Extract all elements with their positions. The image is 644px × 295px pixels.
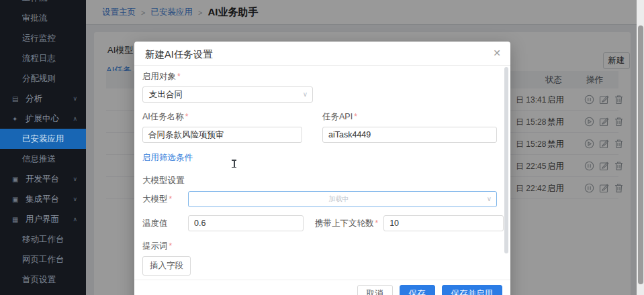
required-mark: * [177, 72, 181, 81]
sidebar-item-label: 扩展中心 [26, 114, 59, 123]
required-mark: * [169, 241, 173, 251]
enable-target-value: 支出合同 [149, 90, 183, 99]
sidebar-item-2[interactable]: 运行监控 [0, 28, 86, 48]
window-scrollbar-thumb[interactable] [638, 25, 643, 284]
context-rounds-label: 携带上下文轮数* [315, 218, 378, 229]
sidebar-item-label: 移动工作台 [22, 235, 64, 244]
sidebar-item-3[interactable]: 流程日志 [0, 48, 86, 68]
save-button[interactable]: 保存 [400, 285, 435, 295]
sidebar: 工作流审批流运行监控流程日志分配规则▤分析∨✦扩展中心∧已安装应用信息推送▣开发… [0, 0, 86, 295]
chevron-down-icon: ∨ [73, 189, 77, 209]
task-name-input[interactable] [142, 127, 302, 143]
window-scrollbar[interactable] [637, 0, 644, 295]
extension-center-icon: ✦ [12, 109, 21, 129]
required-mark: * [354, 112, 357, 121]
model-label: 大模型* [142, 194, 188, 205]
sidebar-item-8[interactable]: 信息推送 [0, 149, 86, 169]
sidebar-menu: 工作流审批流运行监控流程日志分配规则▤分析∨✦扩展中心∧已安装应用信息推送▣开发… [0, 0, 86, 290]
task-name-label: AI任务名称* [142, 111, 302, 123]
model-select-loading-hint: 加载中 [329, 195, 349, 202]
chevron-up-icon: ∧ [73, 209, 77, 229]
enable-target-select[interactable]: 支出合同 ∨ [142, 86, 313, 103]
temperature-label: 温度值 [142, 218, 188, 229]
model-select[interactable]: 加载中 ∨ [188, 191, 497, 207]
sidebar-item-label: 用户界面 [26, 215, 59, 224]
model-section-label: 大模型设置 [142, 175, 497, 186]
required-mark: * [169, 194, 173, 204]
close-icon[interactable]: ✕ [493, 48, 501, 58]
sidebar-item-label: 流程日志 [22, 54, 56, 63]
dev-platform-icon: ▣ [12, 170, 21, 190]
screen: 工作流审批流运行监控流程日志分配规则▤分析∨✦扩展中心∧已安装应用信息推送▣开发… [0, 0, 644, 295]
sidebar-item-7[interactable]: 已安装应用 [0, 129, 86, 149]
save-and-enable-button[interactable]: 保存并启用 [442, 285, 503, 295]
sidebar-item-label: 首页设置 [22, 275, 56, 284]
enable-filter-link[interactable]: 启用筛选条件 [142, 152, 193, 164]
sidebar-item-4[interactable]: 分配规则 [0, 68, 86, 88]
context-rounds-input[interactable] [383, 215, 504, 231]
cancel-button[interactable]: 取消 [357, 285, 393, 295]
sidebar-item-11[interactable]: ▦用户界面∧ [0, 209, 86, 229]
required-mark: * [185, 112, 189, 121]
sidebar-item-label: 信息推送 [22, 154, 56, 164]
sidebar-item-12[interactable]: 移动工作台 [0, 229, 86, 249]
chevron-down-icon: ∨ [487, 192, 492, 206]
sidebar-item-label: 工作流 [22, 0, 48, 3]
sidebar-item-label: 已安装应用 [22, 134, 64, 143]
task-api-input[interactable] [322, 127, 497, 143]
chevron-up-icon: ∧ [73, 109, 77, 129]
enable-target-label: 启用对象* [142, 71, 497, 82]
sidebar-item-10[interactable]: ▣集成平台∨ [0, 189, 86, 209]
sidebar-item-label: 运行监控 [22, 34, 56, 43]
sidebar-item-label: 集成平台 [26, 194, 59, 204]
sidebar-item-5[interactable]: ▤分析∨ [0, 88, 86, 109]
chevron-down-icon: ∨ [73, 169, 77, 189]
sidebar-item-label: 网页工作台 [22, 255, 64, 264]
task-api-label: 任务API* [322, 111, 497, 123]
sidebar-item-0[interactable]: 工作流 [0, 0, 86, 8]
ibeam-cursor [231, 160, 237, 168]
prompt-label: 提示词* [142, 241, 172, 252]
sidebar-item-label: 开发平台 [26, 174, 59, 184]
sidebar-item-14[interactable]: 首页设置 [0, 270, 86, 290]
modal-body: 启用对象* 支出合同 ∨ AI任务名称* 任务API* 启用筛选条件 大模型设置… [134, 66, 510, 295]
sidebar-item-9[interactable]: ▣开发平台∨ [0, 169, 86, 189]
modal-footer: 取消 保存 保存并启用 [134, 280, 510, 295]
required-mark: * [375, 219, 379, 228]
integration-platform-icon: ▣ [12, 190, 21, 210]
sidebar-item-6[interactable]: ✦扩展中心∧ [0, 109, 86, 129]
sidebar-item-label: 分配规则 [22, 74, 56, 83]
sidebar-item-13[interactable]: 网页工作台 [0, 249, 86, 270]
sidebar-item-label: 审批流 [22, 13, 48, 23]
temperature-input[interactable] [188, 215, 304, 231]
ui-grid-icon: ▦ [12, 210, 21, 230]
modal-header: 新建AI任务设置 ✕ [134, 42, 510, 66]
insert-field-button[interactable]: 插入字段 [142, 256, 191, 276]
analysis-chart-icon: ▤ [12, 89, 21, 109]
chevron-down-icon: ∨ [303, 87, 308, 102]
modal-title: 新建AI任务设置 [145, 48, 213, 61]
new-ai-task-modal: 新建AI任务设置 ✕ 启用对象* 支出合同 ∨ AI任务名称* 任务API* 启… [134, 42, 510, 295]
sidebar-item-1[interactable]: 审批流 [0, 8, 86, 28]
modal-scrollbar-thumb[interactable] [504, 67, 508, 253]
sidebar-item-label: 分析 [26, 94, 42, 103]
chevron-down-icon: ∨ [73, 88, 77, 109]
